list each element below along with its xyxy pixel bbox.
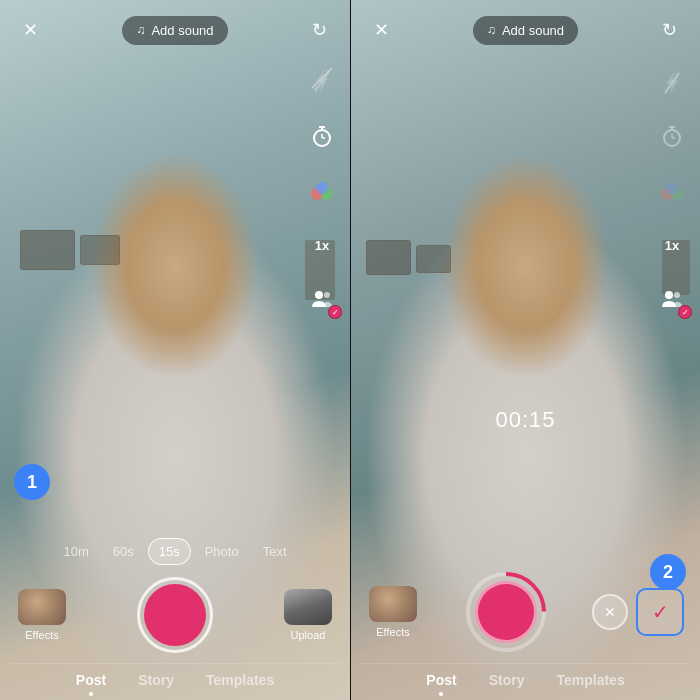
mode-photo[interactable]: Photo (195, 539, 249, 564)
room-art-left (20, 230, 75, 270)
tab-post-left[interactable]: Post (60, 668, 122, 692)
flash-button-right[interactable] (654, 65, 690, 101)
done-record-button[interactable]: ✓ (636, 588, 684, 636)
record-button-container-right (465, 571, 547, 653)
svg-point-11 (324, 292, 330, 298)
bottom-area-right: Effects ✕ ✓ Post Story (351, 561, 700, 700)
cancel-record-button[interactable]: ✕ (592, 594, 628, 630)
add-sound-button[interactable]: ♫ Add sound (122, 16, 227, 45)
recording-actions: ✕ ✓ (592, 588, 684, 636)
close-button[interactable]: ✕ (14, 14, 46, 46)
svg-point-9 (316, 182, 328, 194)
upload-label: Upload (291, 629, 326, 641)
bottom-area: 10m 60s 15s Photo Text Effects (0, 530, 350, 700)
music-icon: ♫ (136, 23, 145, 37)
effects-button[interactable] (304, 173, 340, 209)
flash-button[interactable] (304, 65, 340, 101)
add-sound-label: Add sound (151, 23, 213, 38)
timer-icon (310, 125, 334, 149)
tab-story-right[interactable]: Story (473, 668, 541, 692)
effects-button-right[interactable] (654, 173, 690, 209)
timer-value: 00:15 (495, 407, 555, 432)
thumbnail-image (18, 589, 66, 625)
speed-label: 1x (315, 238, 329, 253)
controls-row: Effects Upload (0, 571, 350, 663)
flash-icon (312, 68, 332, 99)
effects-thumbnail (18, 589, 66, 625)
step-badge-2: 2 (650, 554, 686, 590)
room-art-left-r (366, 240, 411, 275)
left-panel: ✕ ♫ Add sound ↻ (0, 0, 350, 700)
mode-text[interactable]: Text (253, 539, 297, 564)
timer-button[interactable] (304, 119, 340, 155)
upload-thumb-img (284, 589, 332, 625)
record-button[interactable] (137, 577, 213, 653)
tab-story-left[interactable]: Story (122, 668, 190, 692)
mode-selector: 10m 60s 15s Photo Text (0, 530, 350, 571)
effects-label-right: Effects (376, 626, 409, 638)
right-toolbar: 1x ✓ (304, 65, 340, 317)
add-sound-button-right[interactable]: ♫ Add sound (473, 16, 578, 45)
controls-row-right: Effects ✕ ✓ (351, 561, 700, 663)
effects-label-left: Effects (25, 629, 58, 641)
refresh-button-right[interactable]: ↻ (654, 14, 686, 46)
recording-ring-container (465, 571, 547, 653)
flash-icon-right (662, 70, 682, 96)
effects-side-button[interactable]: Effects (16, 589, 68, 641)
tab-templates-right[interactable]: Templates (540, 668, 640, 692)
mode-15s[interactable]: 15s (148, 538, 191, 565)
check-badge: ✓ (328, 305, 342, 319)
music-icon-right: ♫ (487, 23, 496, 37)
top-bar-right: ✕ ♫ Add sound ↻ (351, 0, 700, 60)
effects-side-button-right[interactable]: Effects (367, 586, 419, 638)
step-badge-1: 1 (14, 464, 50, 500)
room-art-right (80, 235, 120, 265)
speed-button-right[interactable]: 1x (654, 227, 690, 263)
top-bar: ✕ ♫ Add sound ↻ (0, 0, 350, 60)
effects-icon (309, 180, 335, 202)
upload-thumbnail (284, 589, 332, 625)
check-badge-right: ✓ (678, 305, 692, 319)
svg-point-22 (665, 291, 673, 299)
effects-thumbnail-right (369, 586, 417, 622)
nav-tabs-left: Post Story Templates (0, 664, 350, 700)
mode-60s[interactable]: 60s (103, 539, 144, 564)
speed-button[interactable]: 1x (304, 227, 340, 263)
room-art-right-r (416, 245, 451, 273)
effects-icon-right (659, 180, 685, 202)
nav-tabs-right: Post Story Templates (351, 664, 700, 700)
close-button-right[interactable]: ✕ (365, 14, 397, 46)
tab-post-right[interactable]: Post (410, 668, 472, 692)
tab-templates-left[interactable]: Templates (190, 668, 290, 692)
upload-side-button[interactable]: Upload (282, 589, 334, 641)
add-sound-label-right: Add sound (502, 23, 564, 38)
speed-label-right: 1x (665, 238, 679, 253)
right-panel: ✕ ♫ Add sound ↻ (350, 0, 700, 700)
mode-10m[interactable]: 10m (53, 539, 98, 564)
record-inner (144, 584, 206, 646)
svg-point-23 (674, 292, 680, 298)
recording-progress-ring (465, 571, 547, 653)
svg-point-21 (666, 182, 678, 194)
timer-icon-right (660, 125, 684, 149)
svg-point-10 (315, 291, 323, 299)
right-toolbar-right: 1x ✓ (654, 65, 690, 317)
refresh-button[interactable]: ↻ (304, 14, 336, 46)
timer-display: 00:15 (495, 407, 555, 433)
timer-button-right[interactable] (654, 119, 690, 155)
align-button-right[interactable]: ✓ (654, 281, 690, 317)
record-button-container (137, 577, 213, 653)
align-button[interactable]: ✓ (304, 281, 340, 317)
